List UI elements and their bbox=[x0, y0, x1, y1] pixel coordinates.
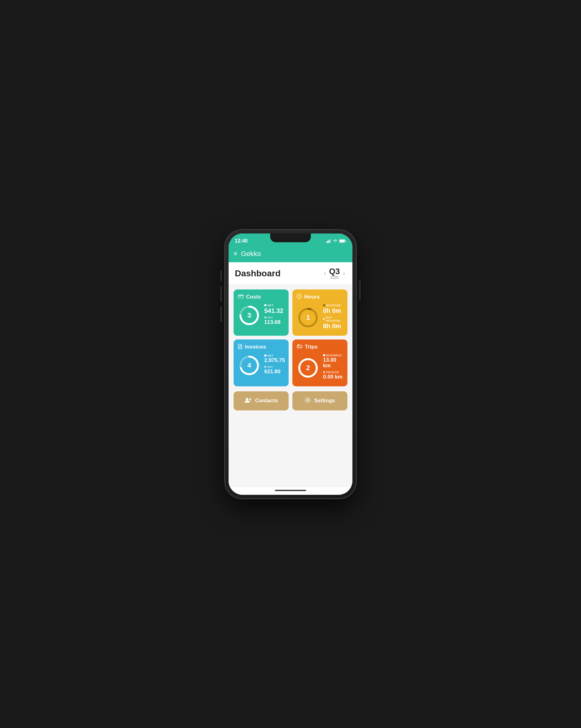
period-prev-button[interactable]: ‹ bbox=[323, 269, 327, 278]
period-label: Q3 2020 bbox=[329, 267, 340, 280]
power-button bbox=[359, 280, 360, 300]
svg-point-19 bbox=[298, 347, 299, 348]
costs-vat-dot bbox=[264, 316, 267, 318]
costs-count: 3 bbox=[247, 311, 251, 319]
invoices-card-title: Invoices bbox=[245, 344, 266, 350]
bottom-buttons: Contacts Settings bbox=[229, 391, 352, 415]
trips-business-label: BUSINESS bbox=[323, 354, 343, 357]
home-indicator bbox=[229, 487, 352, 495]
invoices-card-body: 4 NET 2,975.75 VAT 6 bbox=[238, 354, 284, 376]
svg-point-20 bbox=[301, 347, 301, 348]
invoices-vat-label: VAT bbox=[264, 365, 285, 368]
invoices-icon bbox=[238, 344, 242, 350]
invoices-net-value: 2,975.75 bbox=[264, 358, 285, 364]
svg-rect-6 bbox=[339, 240, 344, 242]
trips-private-dot bbox=[323, 371, 325, 373]
volume-up-button bbox=[221, 286, 222, 302]
hours-donut: 1 bbox=[297, 306, 319, 329]
hours-not-invoiced-label: NOT INVOICED bbox=[323, 316, 343, 322]
hours-invoiced-dot bbox=[323, 304, 325, 306]
costs-donut: 3 bbox=[238, 304, 260, 327]
phone-frame: 12:40 bbox=[225, 230, 356, 499]
hamburger-icon[interactable]: ≡ bbox=[234, 250, 237, 257]
hours-card-header: Hours bbox=[297, 294, 343, 300]
invoices-donut: 4 bbox=[238, 354, 260, 376]
trips-business-dot bbox=[323, 354, 325, 356]
costs-net-label: NET bbox=[264, 304, 284, 307]
trips-business-value: 13.00 km bbox=[323, 357, 343, 369]
costs-card-header: Costs bbox=[238, 294, 284, 300]
costs-vat-value: 113.68 bbox=[264, 319, 284, 326]
invoices-count: 4 bbox=[247, 361, 251, 369]
svg-point-25 bbox=[307, 399, 309, 401]
dashboard-grid: Costs 3 NET bbox=[229, 284, 352, 391]
period-year: 2020 bbox=[329, 276, 340, 280]
trips-private-label: PRIVATE bbox=[323, 371, 343, 374]
hours-icon bbox=[297, 294, 302, 300]
page-title: Dashboard bbox=[235, 268, 280, 279]
battery-icon bbox=[339, 239, 346, 243]
settings-label: Settings bbox=[314, 398, 335, 404]
svg-rect-0 bbox=[326, 242, 327, 243]
costs-net-value: 541.32 bbox=[264, 307, 284, 314]
status-bar: 12:40 bbox=[229, 234, 352, 247]
svg-rect-5 bbox=[345, 240, 346, 242]
invoices-stats: NET 2,975.75 VAT 621.80 bbox=[264, 354, 285, 376]
home-bar bbox=[275, 490, 306, 491]
main-content: Dashboard ‹ Q3 2020 › bbox=[229, 262, 352, 487]
trips-card-header: Trips bbox=[297, 344, 343, 350]
svg-point-7 bbox=[239, 296, 241, 297]
hours-not-invoiced-dot bbox=[323, 318, 325, 320]
costs-stats: NET 541.32 VAT 113.68 bbox=[264, 304, 284, 327]
settings-icon bbox=[305, 397, 311, 405]
hours-stats: INVOICED 0h 0m NOT INVOICED 8h 0m bbox=[323, 304, 343, 331]
hours-invoiced-label: INVOICED bbox=[323, 304, 343, 307]
volume-down-button bbox=[221, 306, 222, 322]
trips-stats: BUSINESS 13.00 km PRIVATE 0.00 km bbox=[323, 354, 343, 382]
costs-net-dot bbox=[264, 304, 267, 306]
costs-card[interactable]: Costs 3 NET bbox=[234, 289, 288, 336]
app-title: Gekko bbox=[241, 250, 261, 258]
contacts-icon bbox=[245, 397, 252, 405]
trips-count: 2 bbox=[306, 364, 310, 372]
status-time: 12:40 bbox=[235, 238, 248, 244]
costs-card-body: 3 NET 541.32 VAT 113 bbox=[238, 304, 284, 327]
trips-card[interactable]: Trips 2 BUSIN bbox=[293, 339, 347, 386]
costs-icon bbox=[238, 294, 244, 300]
phone-screen: 12:40 bbox=[229, 234, 352, 495]
svg-rect-2 bbox=[329, 240, 330, 243]
trips-donut: 2 bbox=[297, 357, 319, 379]
period-nav: ‹ Q3 2020 › bbox=[323, 267, 346, 280]
period-next-button[interactable]: › bbox=[342, 269, 346, 278]
contacts-label: Contacts bbox=[255, 398, 278, 404]
trips-icon bbox=[297, 344, 302, 350]
notch bbox=[270, 234, 311, 242]
settings-button[interactable]: Settings bbox=[293, 391, 347, 410]
trips-card-body: 2 BUSINESS 13.00 km PRIVATE bbox=[297, 354, 343, 382]
svg-rect-1 bbox=[327, 241, 328, 243]
hours-count: 1 bbox=[306, 313, 310, 322]
hours-card-title: Hours bbox=[304, 294, 320, 300]
wifi-icon bbox=[333, 239, 338, 243]
invoices-vat-dot bbox=[264, 366, 267, 368]
trips-private-value: 0.00 km bbox=[323, 374, 343, 380]
signal-icon bbox=[326, 239, 331, 243]
invoices-card-header: Invoices bbox=[238, 344, 284, 350]
svg-point-24 bbox=[249, 398, 251, 400]
svg-rect-18 bbox=[298, 344, 299, 346]
hours-invoiced-value: 0h 0m bbox=[323, 307, 343, 314]
svg-point-23 bbox=[246, 398, 248, 400]
invoices-card[interactable]: Invoices 4 NE bbox=[234, 339, 288, 386]
dashboard-header: Dashboard ‹ Q3 2020 › bbox=[229, 262, 352, 284]
status-icons bbox=[326, 239, 346, 243]
invoices-vat-value: 621.80 bbox=[264, 369, 285, 375]
hours-not-invoiced-value: 8h 0m bbox=[323, 322, 343, 330]
contacts-button[interactable]: Contacts bbox=[234, 391, 288, 410]
invoices-net-label: NET bbox=[264, 354, 285, 357]
hours-card[interactable]: Hours 1 INVOI bbox=[293, 289, 347, 336]
app-header: ≡ Gekko bbox=[229, 247, 352, 262]
costs-card-title: Costs bbox=[246, 294, 261, 300]
costs-vat-label: VAT bbox=[264, 316, 284, 319]
trips-card-title: Trips bbox=[305, 344, 318, 350]
period-quarter: Q3 bbox=[329, 267, 340, 276]
